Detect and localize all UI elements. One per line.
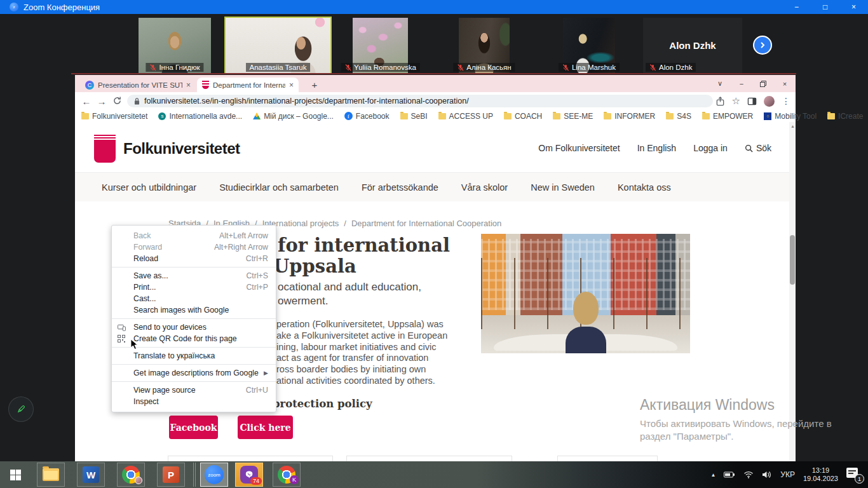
menu-item-view-source[interactable]: View page source Ctrl+U: [112, 384, 276, 396]
side-panel-icon[interactable]: [747, 97, 757, 106]
menu-item-cast[interactable]: Cast...: [112, 293, 276, 304]
video-tile-alina[interactable]: Аліна Касьян: [459, 18, 510, 73]
menu-separator: [112, 364, 276, 365]
kebab-menu-icon[interactable]: ⋮: [782, 96, 790, 106]
menu-item-send-to-devices[interactable]: Send to your devices: [112, 322, 276, 333]
intro-line: ocational and adult education,: [278, 280, 421, 294]
taskbar-file-explorer[interactable]: [37, 463, 65, 487]
body-line: ake a Folkuniversitetet active in Europe…: [276, 330, 447, 342]
menu-item-save-as[interactable]: Save as... Ctrl+S: [112, 270, 276, 281]
new-tab-button[interactable]: +: [308, 78, 322, 92]
menu-label: Print...: [133, 282, 156, 292]
tray-expand-icon[interactable]: ▲: [710, 472, 715, 478]
next-participants-button[interactable]: [753, 36, 772, 55]
bookmark-label: SeBI: [411, 112, 428, 121]
menu-item-translate[interactable]: Translate to українська: [112, 350, 276, 362]
volume-icon[interactable]: [762, 471, 772, 478]
video-tile-lina[interactable]: Lina Marshuk: [563, 18, 615, 73]
browser-close-button[interactable]: ×: [774, 75, 796, 92]
facebook-button[interactable]: Facebook: [169, 416, 218, 439]
search-link[interactable]: Sök: [745, 143, 771, 153]
language-indicator[interactable]: УКР: [780, 470, 795, 479]
notification-center[interactable]: 1: [846, 468, 863, 482]
taskbar-word[interactable]: W: [77, 463, 105, 487]
taskbar-chrome-profile-k[interactable]: K: [273, 463, 301, 487]
browser-restore-button[interactable]: [752, 75, 774, 92]
menu-item-print[interactable]: Print... Ctrl+P: [112, 281, 276, 293]
bookmark-item[interactable]: Folkuniversitetet: [81, 112, 147, 121]
menu-item-search-images[interactable]: Search images with Google: [112, 304, 276, 316]
nav-kontakta-oss[interactable]: Kontakta oss: [618, 182, 671, 193]
minimize-button[interactable]: −: [782, 0, 811, 14]
close-button[interactable]: ×: [839, 0, 868, 14]
start-button[interactable]: [0, 461, 31, 488]
photo-person-torso: [566, 327, 606, 353]
taskbar-chrome[interactable]: [117, 463, 145, 487]
scroll-up-icon[interactable]: ▲: [790, 124, 795, 128]
nav-arbetssokande[interactable]: För arbetssökande: [362, 182, 438, 193]
canva-favicon: C: [85, 81, 94, 90]
bookmark-item[interactable]: SEE-ME: [553, 112, 593, 121]
wifi-icon[interactable]: [743, 471, 754, 478]
video-tile-alon[interactable]: Alon Dzhk Alon Dzhk: [643, 18, 742, 73]
folkuniversitetet-logo[interactable]: [94, 135, 116, 163]
link-om-folkuniversitetet[interactable]: Om Folkuniversitetet: [538, 143, 620, 153]
menu-item-inspect[interactable]: Inspect: [112, 396, 276, 407]
tab-department[interactable]: Department for International Co ×: [197, 78, 299, 92]
taskbar-zoom[interactable]: zoom: [200, 463, 228, 487]
menu-label: Cast...: [133, 294, 156, 304]
battery-icon[interactable]: [724, 471, 735, 478]
participant-name: Lina Marshuk: [572, 64, 616, 71]
address-bar[interactable]: folkuniversitetet.se/in-english/internat…: [127, 95, 713, 107]
nav-kurser[interactable]: Kurser och utbildningar: [102, 182, 196, 193]
click-here-button[interactable]: Click here: [238, 416, 293, 439]
video-tile-yuliia[interactable]: Yuliia Romanovska: [353, 18, 408, 73]
back-icon[interactable]: ←: [79, 96, 94, 107]
browser-minimize-button[interactable]: −: [731, 75, 752, 92]
bookmark-item[interactable]: ACCESS UP: [438, 112, 493, 121]
tab-close-icon[interactable]: ×: [186, 81, 191, 90]
bookmark-item[interactable]: EMPOWER: [702, 112, 753, 121]
reload-icon[interactable]: [109, 96, 125, 107]
bookmark-item[interactable]: INFORMER: [604, 112, 655, 121]
tab-close-icon[interactable]: ×: [289, 81, 294, 90]
profile-avatar[interactable]: [764, 96, 775, 107]
bookmark-item[interactable]: S4S: [666, 112, 691, 121]
bookmark-item[interactable]: COACH: [504, 112, 542, 121]
bookmark-item[interactable]: sInternationella avde...: [158, 112, 242, 121]
participant-name: Alon Dzhk: [659, 64, 692, 71]
bookmark-item[interactable]: ○Mobility Tool: [764, 112, 817, 121]
logo-text[interactable]: Folkuniversitetet: [123, 140, 240, 158]
bookmark-label: ICreate: [838, 112, 863, 121]
screen-share-border: [71, 73, 796, 74]
tab-presentation[interactable]: C Presentation for VITE SUTE - Pres ×: [80, 78, 196, 92]
video-tile-inna[interactable]: Інна Гнидюк: [139, 18, 211, 73]
tab-search-chevron[interactable]: ∨: [709, 75, 731, 92]
bookmark-item[interactable]: Мій диск – Google...: [253, 112, 334, 121]
taskbar-viber[interactable]: 74: [235, 463, 263, 487]
windows-logo-icon: [10, 470, 21, 480]
share-icon[interactable]: [715, 97, 725, 106]
maximize-button[interactable]: □: [811, 0, 839, 14]
viber-badge: 74: [250, 477, 262, 485]
facebook-icon: f: [344, 112, 353, 120]
mic-muted-icon: [649, 64, 656, 71]
link-in-english[interactable]: In English: [637, 143, 676, 153]
nav-studiecirklar[interactable]: Studiecirklar och samarbeten: [219, 182, 339, 193]
taskbar-powerpoint[interactable]: P: [157, 463, 185, 487]
link-logga-in[interactable]: Logga in: [693, 143, 728, 153]
forward-icon[interactable]: →: [94, 96, 109, 107]
bookmark-item[interactable]: SeBI: [400, 112, 428, 121]
annotation-pencil-button[interactable]: [8, 396, 34, 422]
menu-item-image-descriptions[interactable]: Get image descriptions from Google ▶: [112, 367, 276, 379]
scrollbar-thumb[interactable]: [790, 235, 795, 285]
bookmark-star-icon[interactable]: ☆: [732, 95, 740, 107]
menu-item-reload[interactable]: Reload Ctrl+R: [112, 253, 276, 264]
video-tile-anastasiia[interactable]: Anastasiia Tsaruk: [226, 18, 330, 73]
tray-clock[interactable]: 13:19 19.04.2023: [803, 466, 838, 483]
nav-new-in-sweden[interactable]: New in Sweden: [531, 182, 595, 193]
nav-vara-skolor[interactable]: Våra skolor: [461, 182, 508, 193]
bookmark-item[interactable]: ICreate: [827, 112, 863, 121]
taskbar-divider: [195, 463, 196, 487]
bookmark-item[interactable]: fFacebook: [344, 112, 390, 121]
